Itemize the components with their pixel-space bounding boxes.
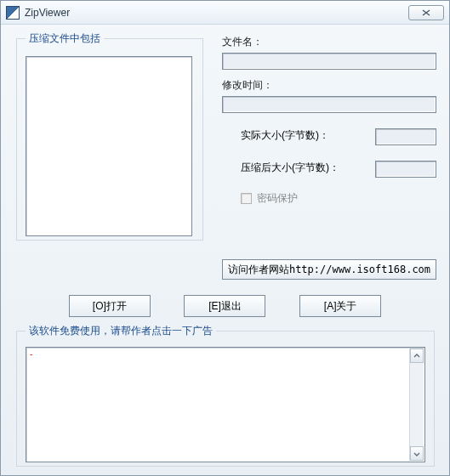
compsize-label: 压缩后大小(字节数)： <box>222 161 375 175</box>
ad-scrollbar[interactable] <box>409 348 424 461</box>
exit-button[interactable]: [E]退出 <box>184 295 265 317</box>
archive-file-list[interactable] <box>26 56 192 236</box>
modtime-value <box>222 96 436 113</box>
app-window: ZipViewer 压缩文件中包括 文件名： 修改时间： 实际大小(字节数)： … <box>0 0 450 476</box>
password-row: 密码保护 <box>222 191 436 206</box>
button-row: [O]打开 [E]退出 [A]关于 <box>1 295 449 317</box>
filename-value <box>222 53 436 70</box>
exit-button-label: [E]退出 <box>208 299 242 314</box>
close-button[interactable] <box>408 5 444 20</box>
scroll-up-button[interactable] <box>410 348 424 363</box>
password-checkbox <box>241 193 252 204</box>
filename-label: 文件名： <box>222 35 436 49</box>
window-title: ZipViewer <box>25 7 408 19</box>
scroll-down-button[interactable] <box>410 446 424 461</box>
client-area: 压缩文件中包括 文件名： 修改时间： 实际大小(字节数)： 压缩后大小(字节数)… <box>1 25 449 475</box>
titlebar[interactable]: ZipViewer <box>1 1 449 25</box>
app-icon <box>6 6 20 20</box>
open-button[interactable]: [O]打开 <box>69 295 151 317</box>
ad-content-box[interactable]: - <box>26 347 425 462</box>
realsize-label: 实际大小(字节数)： <box>222 128 375 143</box>
group-ad-legend: 该软件免费使用，请帮作者点击一下广告 <box>26 324 216 338</box>
author-website-button[interactable]: 访问作者网站http://www.isoft168.com <box>222 259 436 280</box>
chevron-up-icon <box>413 353 420 360</box>
close-icon <box>420 8 432 17</box>
open-button-label: [O]打开 <box>93 299 127 314</box>
scroll-track[interactable] <box>410 363 424 446</box>
group-archive-contents-legend: 压缩文件中包括 <box>26 31 104 46</box>
chevron-down-icon <box>413 450 420 457</box>
ad-placeholder-text: - <box>30 349 32 359</box>
realsize-value <box>375 128 436 145</box>
modtime-label: 修改时间： <box>222 78 436 93</box>
details-pane: 文件名： 修改时间： 实际大小(字节数)： 压缩后大小(字节数)： 密码保护 <box>222 35 436 206</box>
group-archive-contents: 压缩文件中包括 <box>16 31 203 241</box>
about-button[interactable]: [A]关于 <box>299 295 381 317</box>
password-label: 密码保护 <box>257 191 298 206</box>
compsize-value <box>375 161 436 178</box>
author-website-label: 访问作者网站http://www.isoft168.com <box>228 263 430 277</box>
group-ad: 该软件免费使用，请帮作者点击一下广告 - <box>16 324 435 467</box>
about-button-label: [A]关于 <box>324 299 357 314</box>
